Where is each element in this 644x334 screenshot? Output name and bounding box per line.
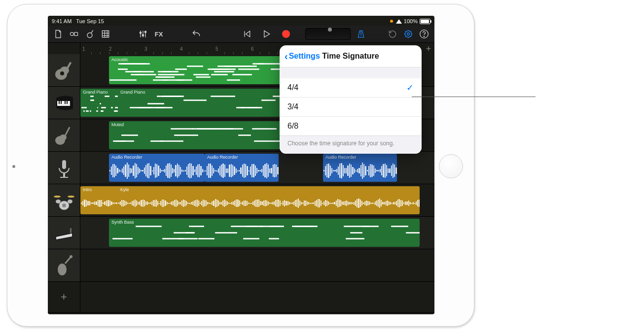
- option-label: 4/4: [287, 83, 298, 92]
- track-lane[interactable]: Audio RecorderAudio RecorderAudio Record…: [80, 152, 434, 184]
- svg-point-0: [71, 33, 74, 36]
- track-lane[interactable]: Synth Bass: [80, 217, 434, 249]
- svg-point-25: [68, 200, 72, 203]
- lcd-display[interactable]: [305, 28, 351, 40]
- metronome-button[interactable]: [356, 29, 366, 39]
- region-label: Muted: [111, 122, 124, 127]
- ruler-mark: 5: [215, 46, 218, 52]
- popover-title: Time Signature: [322, 52, 379, 61]
- track-row[interactable]: Audio RecorderAudio RecorderAudio Record…: [48, 152, 434, 184]
- record-button[interactable]: [281, 29, 291, 39]
- svg-point-24: [56, 200, 61, 203]
- track-instrument-bass-guitar[interactable]: [48, 119, 80, 151]
- svg-point-8: [407, 33, 410, 35]
- fx-button[interactable]: FX: [153, 29, 164, 39]
- ruler-mark: 4: [180, 46, 183, 52]
- region-label: Kyle: [120, 187, 129, 192]
- svg-point-27: [68, 196, 74, 198]
- svg-point-6: [144, 31, 146, 33]
- playhead-knob-icon: [328, 28, 332, 32]
- track-instrument-mic[interactable]: [48, 152, 80, 184]
- time-signature-popover: ‹ Settings Time Signature 4/4✓3/46/8 Cho…: [280, 45, 422, 154]
- svg-point-13: [60, 71, 64, 75]
- play-button[interactable]: [261, 29, 272, 39]
- svg-rect-19: [62, 160, 66, 169]
- track-row[interactable]: [48, 249, 434, 282]
- region[interactable]: Grand Piano: [80, 89, 120, 117]
- region-label: Audio Recorder: [111, 155, 143, 160]
- ipad-side-button: [12, 165, 15, 168]
- svg-point-4: [140, 32, 141, 33]
- track-instrument-strings[interactable]: [48, 249, 80, 281]
- region[interactable]: Intro: [80, 186, 121, 214]
- chevron-left-icon: ‹: [285, 51, 288, 61]
- track-instrument-drums[interactable]: [48, 184, 80, 216]
- loop-browser-button[interactable]: [387, 29, 398, 39]
- region-label: Grand Piano: [83, 90, 108, 95]
- region-label: Acoustic: [111, 57, 128, 62]
- region[interactable]: Audio Recorder: [205, 154, 279, 182]
- my-songs-button[interactable]: [53, 29, 64, 39]
- status-date: Tue Sep 15: [76, 18, 104, 24]
- tracks-view-button[interactable]: [100, 29, 111, 39]
- track-instrument-synth[interactable]: [48, 217, 80, 249]
- settings-button[interactable]: [403, 29, 414, 39]
- ruler-mark: 6: [251, 46, 254, 52]
- add-section-button[interactable]: +: [423, 43, 434, 55]
- svg-rect-1: [74, 33, 78, 36]
- svg-point-26: [54, 196, 61, 198]
- wifi-icon: [396, 19, 402, 24]
- track-lane[interactable]: IntroKyle: [80, 184, 434, 216]
- undo-button[interactable]: [191, 29, 202, 39]
- ruler-mark: 3: [144, 46, 147, 52]
- recording-indicator-dot: [390, 20, 393, 23]
- track-row[interactable]: Synth Bass: [48, 217, 434, 249]
- svg-rect-20: [63, 173, 65, 177]
- track-controls-button[interactable]: [138, 29, 148, 39]
- battery-icon: [420, 19, 430, 24]
- callout-line: [412, 97, 536, 97]
- time-signature-option[interactable]: 3/4: [280, 98, 422, 117]
- popover-back-label: Settings: [289, 52, 320, 61]
- battery-percent: 100%: [404, 18, 418, 24]
- region-label: Audio Recorder: [325, 155, 357, 160]
- region[interactable]: Audio Recorder: [323, 154, 397, 182]
- region[interactable]: Kyle: [118, 186, 420, 214]
- transport: [241, 29, 291, 39]
- svg-point-2: [87, 33, 92, 38]
- svg-point-30: [70, 255, 72, 258]
- svg-point-5: [142, 34, 143, 36]
- track-lane[interactable]: [80, 249, 434, 281]
- svg-rect-21: [60, 177, 68, 178]
- track-row[interactable]: IntroKyle: [48, 184, 434, 217]
- svg-point-10: [424, 36, 424, 36]
- popover-footnote: Choose the time signature for your song.: [280, 136, 422, 154]
- region-label: Audio Recorder: [207, 155, 238, 160]
- svg-point-23: [62, 203, 66, 207]
- status-bar: 9:41 AM Tue Sep 15 100%: [48, 16, 434, 26]
- option-label: 3/4: [287, 102, 298, 111]
- browser-button[interactable]: [69, 29, 79, 39]
- time-signature-option[interactable]: 4/4✓: [280, 78, 422, 98]
- ruler-mark: 1: [82, 46, 85, 52]
- option-label: 6/8: [287, 122, 298, 131]
- region-label: Synth Bass: [111, 220, 134, 225]
- time-signature-option[interactable]: 6/8: [280, 117, 422, 136]
- add-track-button[interactable]: +: [48, 282, 80, 312]
- help-button[interactable]: [419, 29, 429, 39]
- region-label: Grand Piano: [120, 90, 145, 95]
- track-instrument-guitar[interactable]: [48, 54, 80, 86]
- go-to-start-button[interactable]: [241, 29, 252, 39]
- popover-back-button[interactable]: ‹ Settings: [285, 45, 320, 67]
- track-instrument-piano[interactable]: [48, 87, 80, 119]
- instrument-button[interactable]: [84, 29, 95, 39]
- region-label: Intro: [83, 187, 92, 192]
- region[interactable]: Audio Recorder: [109, 154, 205, 182]
- region[interactable]: Synth Bass: [109, 219, 420, 247]
- svg-point-29: [58, 264, 67, 275]
- home-button[interactable]: [439, 154, 463, 178]
- toolbar: FX: [48, 26, 434, 43]
- svg-rect-18: [63, 127, 70, 138]
- ruler-mark: 2: [109, 46, 112, 52]
- checkmark-icon: ✓: [406, 82, 414, 93]
